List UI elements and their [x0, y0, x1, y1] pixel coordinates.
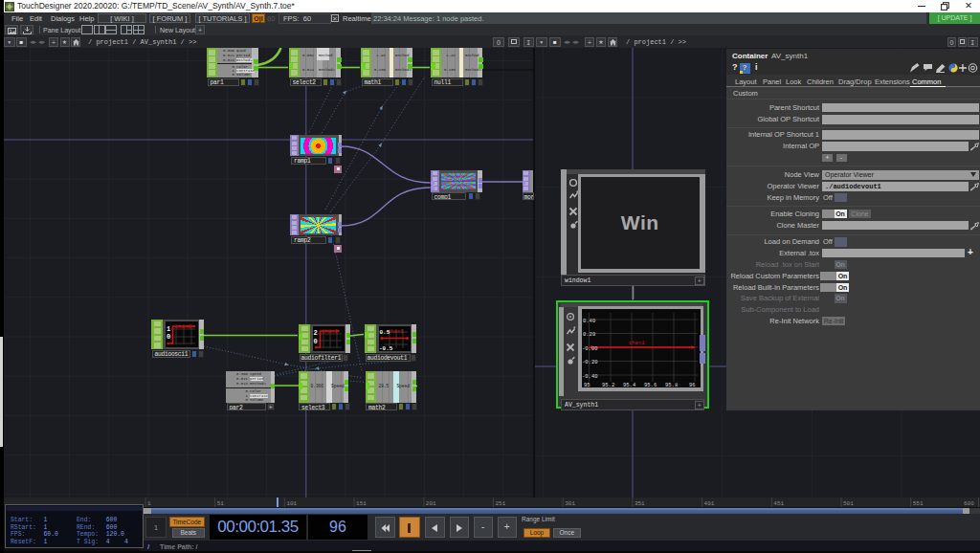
svg-text:chan1: chan1	[629, 340, 645, 346]
svg-text:151: 151	[356, 500, 367, 507]
svg-text:95.2: 95.2	[602, 382, 614, 388]
svg-text:-0.5: -0.5	[379, 345, 393, 351]
svg-text:201: 201	[426, 500, 436, 507]
svg-text:95: 95	[584, 382, 590, 388]
svg-text:chan1: chan1	[175, 323, 191, 330]
svg-text:401: 401	[704, 500, 715, 507]
svg-text:451: 451	[773, 500, 784, 507]
svg-text:51: 51	[217, 500, 225, 507]
svg-text:chan1: chan1	[388, 328, 404, 335]
svg-text:2: 2	[313, 329, 317, 337]
svg-text:0.20: 0.20	[583, 331, 595, 338]
svg-text:96: 96	[689, 382, 696, 388]
svg-text:95.8: 95.8	[665, 382, 678, 388]
svg-text:0.5: 0.5	[379, 329, 390, 336]
svg-text:501: 501	[843, 500, 854, 507]
svg-text:101: 101	[286, 500, 297, 507]
svg-text:-0.00: -0.00	[582, 345, 598, 352]
svg-text:600: 600	[964, 500, 974, 507]
svg-text:301: 301	[565, 500, 575, 507]
svg-text:1: 1	[147, 500, 151, 507]
svg-text:351: 351	[635, 500, 645, 507]
svg-text:0: 0	[313, 338, 317, 345]
svg-text:551: 551	[913, 500, 924, 507]
svg-text:1: 1	[167, 325, 170, 333]
svg-text:chan1: chan1	[322, 328, 338, 335]
svg-text:95.6: 95.6	[644, 382, 657, 388]
svg-text:0: 0	[167, 333, 170, 341]
svg-text:0.40: 0.40	[583, 318, 595, 324]
svg-text:95.4: 95.4	[623, 382, 636, 388]
svg-text:251: 251	[496, 500, 506, 507]
svg-text:-0.20: -0.20	[582, 359, 598, 365]
svg-text:-0.40: -0.40	[582, 373, 598, 380]
